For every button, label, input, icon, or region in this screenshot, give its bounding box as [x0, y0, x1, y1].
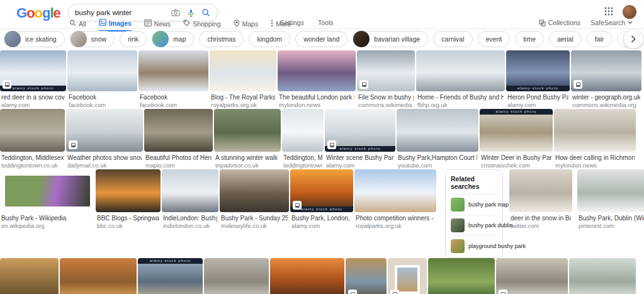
result-domain[interactable]: facebook.com [140, 101, 207, 109]
chip-rink[interactable]: rink [120, 31, 147, 47]
image-result[interactable]: 9,174 Bushy Park Photos - Free ...dreams… [204, 258, 269, 294]
result-domain[interactable]: twitter.com [511, 222, 571, 230]
result-title[interactable]: Heron Pond Bushy Park in Winter Hampt... [507, 93, 568, 101]
image-result[interactable]: Bushy Park - Wikipediaen.wikipedia.org [428, 258, 495, 294]
result-domain[interactable]: mylondon.news [555, 162, 635, 169]
chip-fair[interactable]: fair [587, 31, 613, 47]
result-thumbnail[interactable]: alamy stock photo [325, 109, 395, 152]
result-domain[interactable]: teddingtontown.co.uk [283, 162, 322, 169]
chip-snow[interactable]: snow [70, 31, 115, 47]
result-domain[interactable]: bbc.co.uk [97, 222, 159, 230]
result-title[interactable]: deer in the snow in Bushy Park ... [511, 214, 571, 222]
image-result[interactable]: Facebookfacebook.com [138, 50, 208, 109]
result-thumbnail[interactable] [357, 50, 415, 91]
chip-map[interactable]: map [152, 31, 194, 47]
image-result[interactable]: Blog - The Royal Parksroyalparks.org.uk [210, 50, 276, 109]
image-result[interactable]: deer in the snow in Bushy Park ...twitte… [509, 169, 572, 230]
result-title[interactable]: Winter Deer in Bushy Park – CRISTINA ISC… [481, 154, 551, 162]
result-title[interactable]: Bushy Park - Wikipedia [1, 214, 93, 222]
result-thumbnail[interactable] [428, 258, 495, 294]
image-result[interactable]: alamy stock photoHeron Pond Bushy Park i… [506, 50, 570, 109]
result-domain[interactable]: alamy.com [326, 162, 394, 169]
result-domain[interactable]: en.wikipedia.org [1, 222, 93, 230]
image-result[interactable]: Facebookfacebook.com [67, 50, 137, 109]
result-title[interactable]: Weather photos show snow in London ... [67, 154, 142, 162]
result-thumbnail[interactable] [388, 258, 427, 294]
related-search-item[interactable]: bushy park map [451, 194, 497, 215]
result-thumbnail[interactable] [162, 169, 218, 212]
result-thumbnail[interactable] [278, 50, 356, 91]
image-result[interactable]: File:Snow in bushy park..JPG - Wikim...c… [357, 50, 415, 109]
result-title[interactable]: Teddington, Middlesex, UK [283, 154, 322, 162]
image-result[interactable]: Beautiful Photos of Heron Pond, Bushy Pa… [144, 109, 213, 169]
result-domain[interactable]: indielondon.co.uk [163, 222, 217, 230]
result-thumbnail[interactable] [66, 109, 143, 152]
result-thumbnail[interactable] [210, 50, 276, 91]
chip-kingdom[interactable]: kingdom [249, 31, 290, 47]
search-input[interactable]: bushy park winter [75, 9, 166, 16]
image-result[interactable]: The beautiful London park that's so ...m… [278, 50, 356, 109]
result-title[interactable]: Bushy Park, Dublin (Winter 2010 ... [579, 214, 644, 222]
camera-icon[interactable] [171, 8, 181, 18]
result-thumbnail[interactable] [67, 50, 137, 91]
result-title[interactable]: IndieLondon: Bushy Park - Snow Galler... [163, 214, 217, 222]
result-thumbnail[interactable]: alamy stock photo [138, 258, 203, 294]
image-result[interactable]: Frozen Pathway - Bushy Park in Winte...a… [0, 258, 59, 294]
image-result[interactable]: Photo competition winners - The Royal Pa… [354, 169, 436, 230]
search-icon[interactable] [201, 8, 211, 18]
image-result[interactable]: alamy stock photoBushy Park, London, Eng… [290, 169, 353, 230]
result-domain[interactable]: cristinaischek.com [481, 162, 551, 169]
image-result[interactable]: Photo competition winners - The Royal Pa… [270, 258, 344, 294]
result-thumbnail[interactable] [577, 169, 644, 212]
result-title[interactable]: Teddington, Middlesex, UK [1, 154, 64, 162]
image-result[interactable]: How deer calling in Richmond and Bushy .… [554, 109, 636, 169]
result-title[interactable]: Winter scene Bushy Park Teddington ... [326, 154, 394, 162]
result-thumbnail[interactable] [0, 109, 65, 152]
chip-bavarian-village[interactable]: bavarian village [353, 31, 428, 47]
result-title[interactable]: Facebook [140, 93, 207, 101]
result-thumbnail[interactable]: alamy stock photo [480, 109, 553, 152]
image-result[interactable]: Weather photos show snow in London ...da… [66, 109, 143, 169]
chip-event[interactable]: event [478, 31, 511, 47]
result-thumbnail[interactable] [416, 50, 505, 91]
chip-christmas[interactable]: christmas [199, 31, 244, 47]
result-thumbnail[interactable] [270, 258, 344, 294]
image-result[interactable]: alamy stock photoBushy Park High Resolut… [569, 258, 636, 294]
result-thumbnail[interactable] [220, 169, 289, 212]
image-result[interactable]: Winter in Bushy Park" A...redbubble.com … [388, 258, 427, 294]
image-result[interactable]: Home - Friends of Bushy and Home Parksfb… [416, 50, 505, 109]
result-domain[interactable]: mapio.com [145, 162, 212, 169]
google-logo[interactable]: Google [16, 5, 60, 21]
result-title[interactable]: Facebook [69, 93, 136, 101]
result-title[interactable]: The beautiful London park that's so ... [279, 93, 354, 101]
result-title[interactable]: Bushy Park,Hampton Court Road,Surrey Uk … [398, 154, 477, 162]
settings-menu[interactable]: Settings [280, 19, 304, 26]
result-domain[interactable]: commons.wikimedia.org [572, 101, 640, 109]
image-result[interactable]: alamy stock photoThe Heron Pond frozen i… [138, 258, 203, 294]
result-domain[interactable]: youtube.com [398, 162, 477, 169]
result-domain[interactable]: dailymail.co.uk [67, 162, 142, 169]
result-title[interactable]: Blog - The Royal Parks [211, 93, 275, 101]
result-title[interactable]: Photo competition winners - The Royal Pa… [356, 214, 435, 222]
result-thumbnail[interactable] [138, 50, 208, 91]
result-title[interactable]: BBC Blogs - Springwatch - Winter light .… [97, 214, 159, 222]
result-thumbnail[interactable] [496, 258, 568, 294]
result-thumbnail[interactable] [0, 258, 59, 294]
result-domain[interactable]: royalparks.org.uk [211, 101, 275, 109]
image-result[interactable]: alamy stock photoWinter scene Bushy Park… [325, 109, 395, 169]
result-title[interactable]: Beautiful Photos of Heron Pond, Bushy Pa… [145, 154, 212, 162]
image-result[interactable]: Bushy Park,Hampton Court Road,Surrey Uk … [397, 109, 478, 169]
result-thumbnail[interactable] [96, 169, 161, 212]
collections-button[interactable]: Collections [539, 19, 580, 26]
result-thumbnail[interactable] [144, 109, 213, 152]
result-title[interactable]: Bushy Park, London, England Stock Pho... [291, 214, 352, 222]
avatar[interactable] [623, 5, 636, 19]
result-thumbnail[interactable]: alamy stock photo [0, 50, 66, 91]
result-domain[interactable]: alamy.com [507, 101, 568, 109]
result-title[interactable]: winter - geograph.org.uk - 1690415.jpg..… [572, 93, 640, 101]
image-result[interactable]: winter - geograph.org.uk - 1690415.jpg..… [571, 50, 641, 109]
related-search-item[interactable]: bushy park dublin [451, 215, 497, 235]
result-thumbnail[interactable]: alamy stock photo [290, 169, 353, 212]
result-thumbnail[interactable] [346, 258, 387, 294]
image-result[interactable]: A stunning winter walk - Bushy Park ...t… [214, 109, 281, 169]
